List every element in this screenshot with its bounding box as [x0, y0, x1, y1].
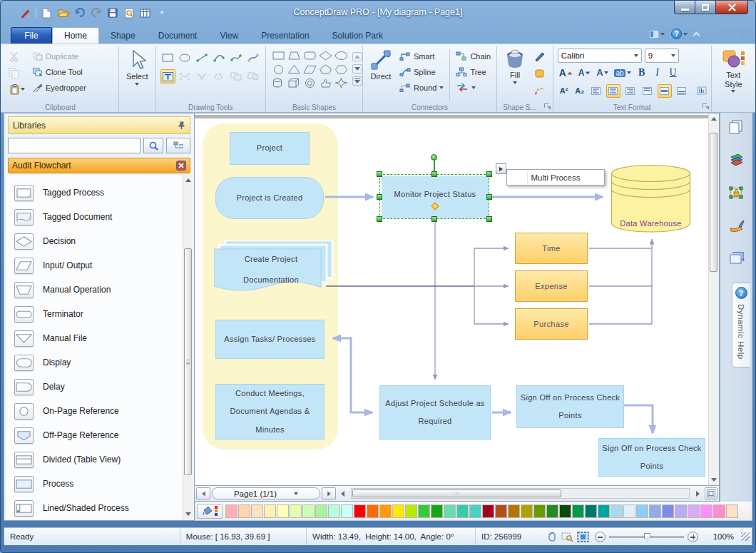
library-item[interactable]: On-Page Reference [14, 399, 193, 423]
fit-page-button[interactable] [705, 487, 717, 499]
palette-swatch[interactable] [418, 504, 430, 518]
resize-handle[interactable] [431, 216, 437, 222]
scroll-down-icon[interactable] [183, 509, 194, 519]
paste-button[interactable] [6, 82, 28, 96]
resize-grip[interactable] [741, 532, 750, 541]
protection-panel-icon[interactable] [728, 184, 745, 201]
library-item[interactable]: Tagged Document [14, 205, 193, 229]
draw-arc-icon[interactable] [212, 51, 227, 65]
close-library-icon[interactable] [176, 161, 186, 171]
copy-icon[interactable] [6, 66, 21, 80]
table-icon[interactable] [139, 7, 151, 19]
draw-line-icon[interactable] [195, 51, 210, 65]
canvas-scroll-up-icon[interactable] [709, 113, 720, 124]
duplicate-button[interactable]: Duplicate [31, 49, 88, 63]
library-item[interactable]: Process [14, 472, 193, 496]
grow-font-button[interactable]: A [558, 66, 574, 80]
shapes-scroll-down-icon[interactable] [352, 64, 362, 73]
draw-ellipse-icon[interactable] [178, 51, 193, 65]
shape-triangle-icon[interactable] [287, 64, 302, 76]
swap-connector-button[interactable] [454, 81, 492, 94]
smart-tooltip-button[interactable] [496, 163, 506, 174]
library-item[interactable]: Input/ Output [14, 253, 193, 278]
palette-swatch[interactable] [559, 504, 571, 518]
shape-time[interactable]: Time [515, 233, 588, 264]
palette-swatch[interactable] [533, 504, 546, 518]
collapse-ribbon-icon[interactable] [693, 31, 700, 39]
doc-restore-icon[interactable] [722, 30, 732, 39]
qat-customize-icon[interactable] [155, 7, 168, 19]
palette-swatch[interactable] [277, 504, 289, 518]
library-item[interactable]: Tagged Process [14, 181, 193, 205]
font-size-select[interactable]: 9 [645, 49, 679, 63]
palette-swatch[interactable] [238, 504, 250, 518]
freeform-icon[interactable] [212, 69, 227, 83]
shape-rectangle-icon[interactable] [272, 51, 286, 63]
undo-icon[interactable] [73, 7, 86, 19]
palette-swatch[interactable] [302, 504, 315, 518]
tab-file[interactable]: File [11, 27, 52, 44]
tree-connector-button[interactable]: Tree [454, 65, 492, 78]
library-item[interactable]: Manual File [14, 326, 193, 350]
palette-swatch[interactable] [290, 504, 302, 518]
minimize-button[interactable] [674, 1, 695, 14]
shape-cylinder-icon[interactable] [272, 78, 286, 90]
maximize-button[interactable] [695, 1, 715, 14]
library-item[interactable]: Off-Page Reference [14, 423, 193, 447]
align-top-icon[interactable] [640, 84, 655, 98]
next-page-button[interactable] [322, 487, 336, 499]
align-middle-icon[interactable] [658, 84, 672, 98]
resize-handle[interactable] [486, 171, 492, 177]
clone-tool-button[interactable]: Clone Tool [31, 65, 88, 78]
resize-panel-icon[interactable] [728, 250, 745, 267]
shape-star-icon[interactable] [334, 78, 349, 90]
chain-connector-button[interactable]: Chain [454, 49, 492, 63]
tab-document[interactable]: Document [147, 27, 209, 44]
palette-swatch[interactable] [456, 504, 469, 518]
resize-handle[interactable] [486, 194, 492, 200]
shape-thumb-icon[interactable] [319, 78, 333, 90]
palette-swatch[interactable] [379, 504, 392, 518]
align-left-icon[interactable] [589, 84, 603, 98]
resize-handle[interactable] [377, 216, 382, 222]
cut-icon[interactable] [6, 49, 21, 64]
layers-panel-icon[interactable] [728, 151, 745, 168]
save-icon[interactable] [106, 7, 118, 19]
palette-swatch[interactable] [444, 504, 456, 518]
library-item[interactable]: Terminator [14, 302, 193, 326]
library-item[interactable]: Decision [14, 229, 193, 253]
library-item[interactable]: Lined/Shaded Process [14, 496, 193, 519]
underline-button[interactable]: U [667, 66, 680, 80]
palette-swatch[interactable] [328, 504, 340, 518]
doc-close-icon[interactable] [738, 30, 748, 39]
shrink-font-button[interactable]: A [577, 66, 593, 80]
shape-expense[interactable]: Expense [515, 270, 588, 302]
resize-handle[interactable] [377, 194, 382, 200]
print-preview-icon[interactable] [123, 7, 135, 19]
palette-swatch[interactable] [367, 504, 379, 518]
pin-icon[interactable] [178, 121, 185, 130]
open-folder-icon[interactable] [57, 7, 69, 19]
fill-button[interactable]: Fill [501, 48, 528, 86]
spline-connector-button[interactable]: Spline [398, 65, 445, 78]
line-color-icon[interactable] [532, 49, 547, 64]
format-painter-icon[interactable] [728, 217, 745, 234]
hscroll-right-icon[interactable] [693, 488, 703, 499]
palette-swatch[interactable] [469, 504, 481, 518]
group-shapes-icon[interactable] [229, 69, 244, 83]
pen-tool-icon[interactable] [19, 7, 31, 19]
drawing-canvas[interactable]: Project Project is Created Monitor Proje… [195, 113, 708, 485]
pages-panel-icon[interactable] [728, 118, 745, 136]
palette-swatch[interactable] [726, 504, 738, 518]
palette-swatch[interactable] [508, 504, 520, 518]
align-right-icon[interactable] [623, 84, 638, 98]
combine-shapes-icon[interactable] [246, 69, 261, 83]
text-direction-icon[interactable] [695, 84, 709, 98]
shape-conduct-meetings[interactable]: Conduct Meetings, Document Agendas & Min… [215, 384, 325, 440]
prev-page-button[interactable] [196, 487, 210, 499]
text-tool-button[interactable] [160, 69, 175, 83]
shadow-icon[interactable] [532, 66, 547, 81]
palette-swatch[interactable] [251, 504, 263, 518]
split-node-icon[interactable] [195, 69, 210, 83]
tab-shape[interactable]: Shape [99, 27, 147, 44]
